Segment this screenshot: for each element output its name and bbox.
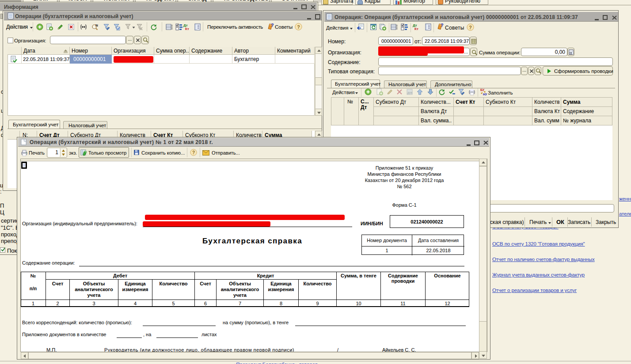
svg-text:?: ? [192, 150, 195, 155]
svg-text:док: док [407, 91, 413, 95]
svg-text:НУ: НУ [483, 93, 487, 95]
svg-text:?: ? [271, 23, 274, 28]
svg-text:Кт: Кт [414, 27, 418, 30]
svg-text:Кт: Кт [185, 27, 189, 30]
svg-text:?: ? [297, 24, 300, 30]
svg-text:?: ? [469, 25, 472, 30]
svg-text:N: N [95, 23, 98, 27]
svg-text:?: ? [441, 23, 444, 28]
